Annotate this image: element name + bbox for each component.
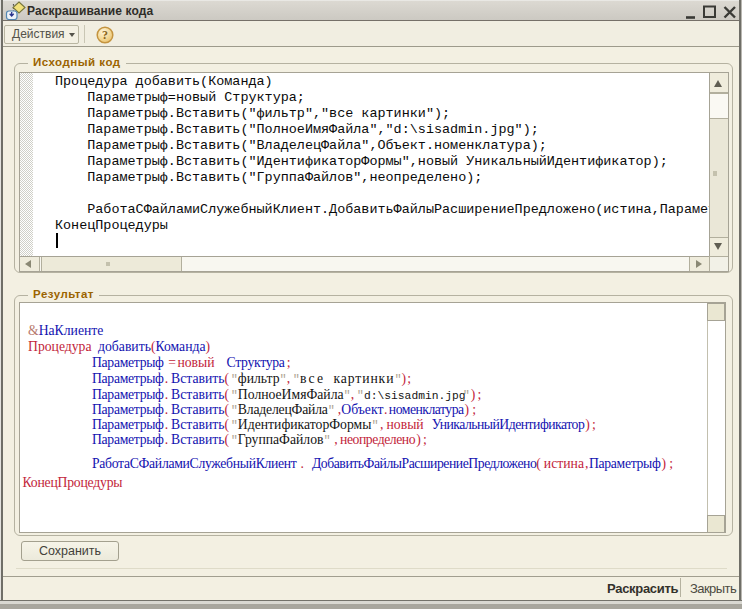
svg-text:?: ? bbox=[102, 28, 108, 42]
